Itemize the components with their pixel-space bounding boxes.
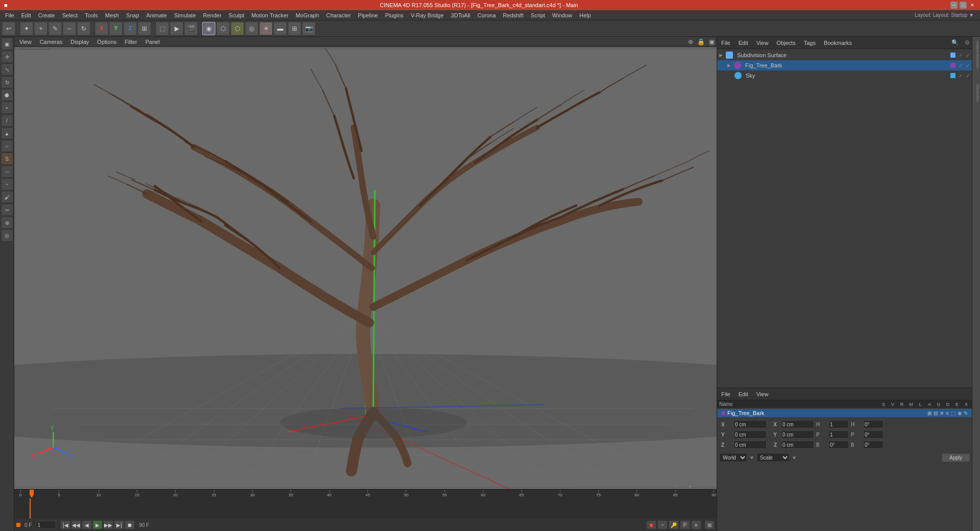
attr-menu-view[interactable]: View — [754, 390, 771, 398]
select-tool-button[interactable]: ▣ — [1, 38, 13, 50]
timeline-more-button[interactable]: ≡ — [691, 520, 701, 529]
attr-menu-edit[interactable]: Edit — [737, 390, 750, 398]
viewport[interactable]: Perspective Grid Spacing : 100 cm — [14, 47, 717, 489]
attr-selected-row[interactable]: Fig_Tree_Bark ⊞ ⊟ ✕ ≡ ⬚ ⊕ ✎ — [717, 409, 972, 417]
menu-pipeline[interactable]: Pipeline — [355, 11, 381, 19]
line-tool-button[interactable]: ─ — [1, 165, 13, 178]
obj-search-icon[interactable]: 🔍 — [951, 39, 959, 46]
play-back-button[interactable]: ◀ — [82, 520, 92, 529]
vp-menu-panel[interactable]: Panel — [142, 38, 163, 46]
goto-start-button[interactable]: |◀ — [60, 520, 70, 529]
vp-menu-options[interactable]: Options — [94, 38, 119, 46]
camera-button[interactable]: 📷 — [302, 22, 315, 35]
menu-simulate[interactable]: Simulate — [171, 11, 199, 19]
goto-end-button[interactable]: ▶| — [114, 520, 124, 529]
menu-vray[interactable]: V-Ray Bridge — [408, 11, 447, 19]
vp-menu-view[interactable]: View — [16, 38, 35, 46]
face-mode-button[interactable]: ▲ — [1, 127, 13, 139]
menu-3dtoall[interactable]: 3DToAll — [448, 11, 473, 19]
vp-menu-display[interactable]: Display — [67, 38, 92, 46]
undo-button[interactable]: ↩ — [2, 22, 15, 35]
menu-redshift[interactable]: Redshift — [500, 11, 526, 19]
obj-menu-file[interactable]: File — [719, 39, 732, 47]
menu-help[interactable]: Help — [576, 11, 594, 19]
coord-b2-input[interactable] — [863, 441, 884, 449]
coord-p2-input[interactable] — [863, 430, 884, 439]
coord-x-input[interactable] — [733, 420, 767, 428]
floor-button[interactable]: ▬ — [274, 22, 287, 35]
step-back-button[interactable]: ◀◀ — [71, 520, 81, 529]
obj-menu-tags[interactable]: Tags — [802, 39, 818, 47]
attr-sel-btn3[interactable]: ✕ — [940, 411, 944, 416]
tab-attributes[interactable]: Attributes — [973, 82, 980, 104]
wireframe-button[interactable]: ⬡ — [216, 22, 230, 35]
step-forward-button[interactable]: ▶▶ — [103, 520, 113, 529]
menu-window[interactable]: Window — [549, 11, 575, 19]
move-button[interactable]: ↔ — [63, 22, 76, 35]
coord-y-input[interactable] — [733, 430, 767, 439]
sculpt-draw-button[interactable]: S — [1, 153, 13, 165]
obj-render-figtreebark[interactable]: ✓ — [966, 63, 970, 68]
knife-button[interactable]: ✂ — [1, 204, 13, 216]
z-axis-button[interactable]: Z — [124, 22, 137, 35]
menu-mesh[interactable]: Mesh — [102, 11, 122, 19]
coord-z2-input[interactable] — [781, 441, 814, 449]
obj-render-subdivision[interactable]: ✓ — [966, 53, 970, 58]
motion-path-button[interactable]: ~ — [657, 520, 668, 529]
obj-item-sky[interactable]: Sky ✓ ✓ — [717, 70, 972, 81]
new-object-button[interactable]: ✦ — [20, 22, 33, 35]
obj-vis-subdivision[interactable]: ✓ — [959, 53, 963, 58]
autokey-button[interactable]: 🔑 — [669, 520, 679, 529]
attr-sel-btn6[interactable]: ⊕ — [958, 411, 962, 416]
stop-button[interactable]: ⏹ — [125, 520, 135, 529]
record-button[interactable]: ⏺ — [646, 520, 656, 529]
attr-menu-file[interactable]: File — [719, 390, 732, 398]
polygon-button[interactable]: ⬟ — [1, 89, 13, 101]
obj-item-figtreebark[interactable]: ▶ Fig_Tree_Bark ✓ ✓ — [717, 60, 972, 70]
vp-icon-lock[interactable]: 🔒 — [697, 38, 705, 45]
light-button[interactable]: ☀ — [259, 22, 273, 35]
edit-button[interactable]: ✎ — [48, 22, 62, 35]
menu-render[interactable]: Render — [200, 11, 225, 19]
grid-button[interactable]: ⊞ — [288, 22, 301, 35]
render-region-button[interactable]: ⬚ — [156, 22, 169, 35]
menu-character[interactable]: Character — [323, 11, 354, 19]
scale-tool-button[interactable]: ⤡ — [1, 63, 13, 76]
obj-menu-objects[interactable]: Objects — [774, 39, 797, 47]
attr-sel-btn2[interactable]: ⊟ — [934, 411, 938, 416]
menu-animate[interactable]: Animate — [143, 11, 170, 19]
vp-menu-filter[interactable]: Filter — [121, 38, 140, 46]
coord-h2-input[interactable] — [863, 420, 884, 428]
obj-menu-view[interactable]: View — [754, 39, 771, 47]
coord-b-input[interactable] — [828, 441, 849, 449]
y-axis-button[interactable]: Y — [109, 22, 122, 35]
x-axis-button[interactable]: X — [95, 22, 108, 35]
menu-create[interactable]: Create — [35, 11, 58, 19]
menu-file[interactable]: File — [2, 11, 17, 19]
obj-vis-sky[interactable]: ✓ — [959, 73, 963, 79]
menu-sculpt[interactable]: Sculpt — [226, 11, 248, 19]
vp-menu-cameras[interactable]: Cameras — [37, 38, 66, 46]
obj-render-sky[interactable]: ✓ — [966, 73, 970, 79]
timeline-track[interactable] — [14, 498, 717, 519]
render-view-button[interactable]: ▶ — [170, 22, 183, 35]
menu-select[interactable]: Select — [59, 11, 81, 19]
close-button[interactable]: ✕ — [969, 2, 976, 9]
texture-button[interactable]: ⬡ — [231, 22, 244, 35]
menu-snap[interactable]: Snap — [123, 11, 142, 19]
maximize-button[interactable]: □ — [960, 2, 967, 9]
rotate-button[interactable]: ↻ — [77, 22, 90, 35]
menu-edit[interactable]: Edit — [18, 11, 34, 19]
timeline-options-button[interactable]: ⊞ — [704, 520, 715, 529]
obj-menu-bookmarks[interactable]: Bookmarks — [822, 39, 854, 47]
coord-p-input[interactable] — [828, 430, 849, 439]
keying-button[interactable]: P — [680, 520, 690, 529]
coord-h-input[interactable] — [828, 420, 849, 428]
curve-tool-button[interactable]: ~ — [1, 178, 13, 190]
current-frame-input[interactable] — [36, 521, 56, 529]
object-mode-button[interactable]: ○ — [1, 140, 13, 152]
vp-icon-render[interactable]: ▣ — [709, 38, 715, 45]
menu-mograph[interactable]: MoGraph — [292, 11, 322, 19]
menu-motion-tracker[interactable]: Motion Tracker — [248, 11, 291, 19]
shading-button[interactable]: ◉ — [202, 22, 215, 35]
